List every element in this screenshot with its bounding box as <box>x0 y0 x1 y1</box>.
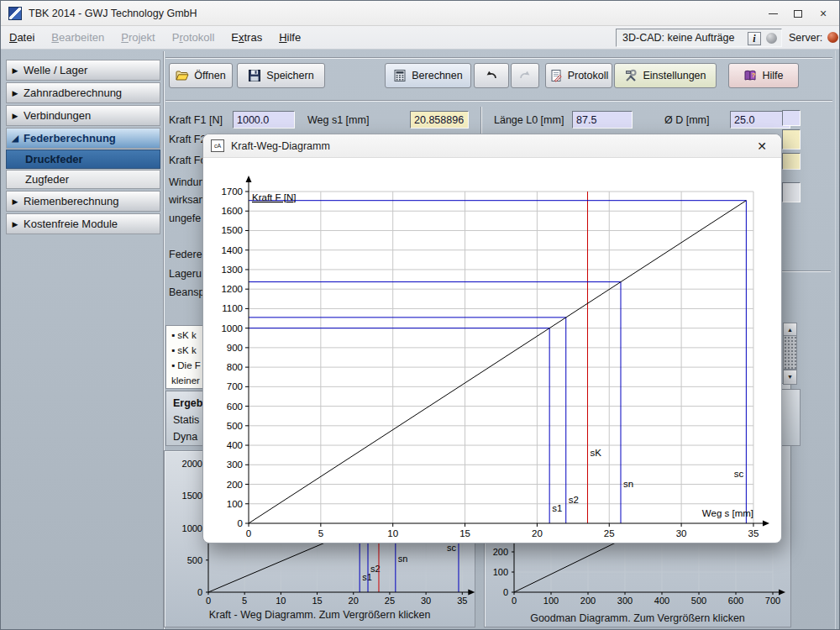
weg-s1-input[interactable] <box>410 111 469 129</box>
svg-text:s2: s2 <box>569 495 579 505</box>
undo-button[interactable] <box>474 63 509 88</box>
sidebar-item-zugfeder[interactable]: Zugfeder <box>6 170 160 189</box>
menu-datei[interactable]: Datei <box>1 31 43 44</box>
input-fragment[interactable] <box>782 153 801 170</box>
save-floppy-icon <box>248 69 261 82</box>
federenden-label: Federe <box>169 249 202 260</box>
wirksame-label: wirksan <box>169 194 204 206</box>
svg-text:100: 100 <box>543 596 559 606</box>
info-button[interactable]: i <box>748 32 761 45</box>
svg-text:30: 30 <box>676 528 687 538</box>
minimize-button[interactable] <box>760 1 785 26</box>
maximize-icon <box>794 10 802 18</box>
menu-bar: Datei Bearbeiten Projekt Protokoll Extra… <box>1 26 840 50</box>
ungefederte-label: ungefe <box>169 213 201 224</box>
kraft-weg-caption: Kraft - Weg Diagramm. Zum Vergrößern kli… <box>165 609 475 621</box>
svg-text:25: 25 <box>604 528 615 538</box>
sidebar-item-verbindungen[interactable]: ▶ Verbindungen <box>6 105 160 126</box>
svg-text:2000: 2000 <box>182 459 202 469</box>
sidebar-item-kostenfreie-module[interactable]: ▶ Kostenfreie Module <box>6 213 160 234</box>
svg-text:15: 15 <box>312 596 322 606</box>
settings-button[interactable]: Einstellungen <box>614 63 717 88</box>
input-fragment[interactable] <box>782 182 801 202</box>
svg-text:0: 0 <box>512 596 517 606</box>
svg-text:20: 20 <box>349 596 359 606</box>
app-logo-icon <box>8 7 22 20</box>
svg-text:25: 25 <box>385 596 395 606</box>
scrollbar[interactable]: ▲ ▼ <box>783 323 797 385</box>
menu-extras[interactable]: Extras <box>223 31 270 44</box>
svg-text:700: 700 <box>227 381 243 391</box>
windungen-label: Windun <box>169 176 204 188</box>
svg-text:500: 500 <box>187 555 202 565</box>
svg-text:5: 5 <box>318 528 323 538</box>
redo-icon <box>518 69 532 82</box>
calculate-button[interactable]: Berechnen <box>385 63 471 88</box>
sidebar-item-riemenberechnung[interactable]: ▶ Riemenberechnung <box>6 191 160 212</box>
svg-text:1500: 1500 <box>221 225 243 235</box>
input-fragment[interactable] <box>782 129 801 150</box>
title-bar: TBK 2014 - GWJ Technology GmbH × <box>1 1 840 26</box>
sidebar-item-druckfeder[interactable]: Druckfeder <box>6 150 160 169</box>
kraft-weg-dialog: cA Kraft-Weg-Diagramm ✕ s1s2sKsnsc051015… <box>202 134 782 543</box>
maximize-button[interactable] <box>785 1 811 26</box>
cad-status-led <box>766 33 777 44</box>
svg-text:1700: 1700 <box>221 186 243 197</box>
undo-icon <box>485 69 498 82</box>
cad-status-box: 3D-CAD: keine Aufträge i <box>616 29 782 47</box>
help-button[interactable]: ? Hilfe <box>728 63 799 88</box>
sidebar-item-zahnradberechnung[interactable]: ▶ Zahnradberechnung <box>6 82 160 103</box>
input-fragment[interactable] <box>782 110 801 126</box>
menu-bearbeiten[interactable]: Bearbeiten <box>43 31 113 44</box>
svg-text:35: 35 <box>748 528 759 538</box>
svg-text:500: 500 <box>691 596 706 606</box>
svg-text:10: 10 <box>387 528 398 538</box>
svg-text:sn: sn <box>398 554 408 564</box>
menu-protokoll[interactable]: Protokoll <box>164 31 223 44</box>
server-label: Server: <box>789 32 822 44</box>
chevron-expanded-icon: ◢ <box>7 134 24 143</box>
svg-text:400: 400 <box>654 596 669 606</box>
svg-text:?: ? <box>752 71 756 79</box>
cad-status-text: 3D-CAD: keine Aufträge <box>622 32 734 44</box>
menu-hilfe[interactable]: Hilfe <box>270 31 309 44</box>
open-button[interactable]: Öffnen <box>169 63 233 88</box>
diagram-icon: cA <box>211 139 224 152</box>
redo-button[interactable] <box>511 63 539 88</box>
svg-text:900: 900 <box>227 343 243 353</box>
svg-text:1600: 1600 <box>221 206 243 216</box>
toolbar-divider <box>165 100 832 102</box>
close-button[interactable]: × <box>811 1 836 26</box>
dialog-title: Kraft-Weg-Diagramm <box>231 140 330 152</box>
laenge-l0-input[interactable] <box>572 111 633 129</box>
svg-text:0: 0 <box>503 587 508 597</box>
svg-text:200: 200 <box>227 480 243 490</box>
svg-text:400: 400 <box>227 440 243 450</box>
svg-text:sc: sc <box>447 543 457 553</box>
menu-projekt[interactable]: Projekt <box>113 31 163 44</box>
kraft-f1-input[interactable] <box>233 111 295 129</box>
svg-text:0: 0 <box>206 596 211 606</box>
window-edge <box>835 50 836 629</box>
sidebar-item-federberechnung[interactable]: ◢ Federberechnung <box>6 128 160 149</box>
svg-text:600: 600 <box>227 402 243 412</box>
scroll-down-icon[interactable]: ▼ <box>784 370 796 382</box>
beanspruchung-label: Beansp <box>169 286 204 298</box>
save-button[interactable]: Speichern <box>237 63 325 88</box>
laenge-l0-label: Länge L0 [mm] <box>494 114 564 126</box>
scrollbar-thumb[interactable] <box>784 336 796 370</box>
lagerung-label: Lageru <box>169 268 202 280</box>
chevron-right-icon: ▶ <box>7 66 24 75</box>
svg-text:5: 5 <box>242 596 247 606</box>
svg-text:1000: 1000 <box>221 323 243 333</box>
svg-text:sK: sK <box>590 448 601 458</box>
dialog-title-bar: cA Kraft-Weg-Diagramm ✕ <box>203 134 781 158</box>
svg-text:200: 200 <box>580 596 596 606</box>
sidebar-item-welle-lager[interactable]: ▶ Welle / Lager <box>6 60 160 81</box>
svg-text:0: 0 <box>197 587 202 597</box>
svg-text:10: 10 <box>276 596 286 606</box>
protocol-button[interactable]: Protokoll <box>545 63 612 88</box>
scroll-up-icon[interactable]: ▲ <box>784 323 796 336</box>
kraft-f1-label: Kraft F1 [N] <box>169 114 223 126</box>
dialog-close-button[interactable]: ✕ <box>751 134 773 158</box>
